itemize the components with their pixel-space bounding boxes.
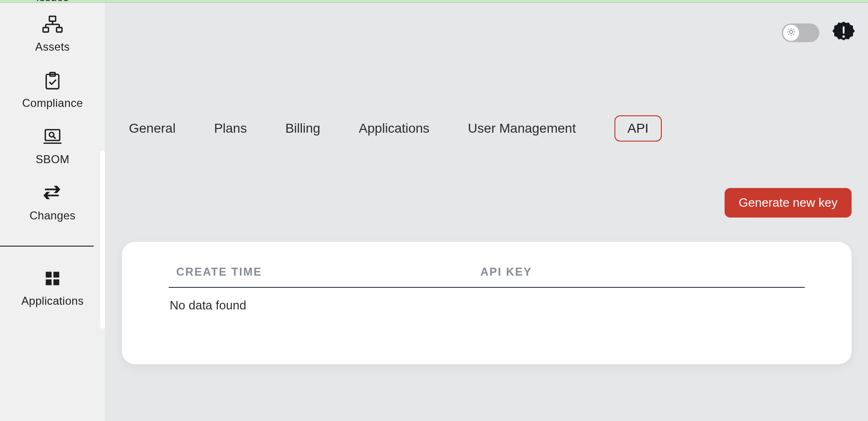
svg-rect-16 xyxy=(53,279,59,285)
main-area: General Plans Billing Applications User … xyxy=(105,3,868,421)
svg-rect-15 xyxy=(46,279,52,285)
svg-rect-2 xyxy=(57,28,62,32)
tab-label: User Management xyxy=(468,121,576,135)
sidebar-item-sbom[interactable]: SBOM xyxy=(0,114,105,171)
svg-point-17 xyxy=(790,30,793,34)
tab-label: Billing xyxy=(285,121,321,135)
sidebar-item-applications[interactable]: Applications xyxy=(0,247,105,312)
apps-grid-icon xyxy=(42,269,63,288)
svg-rect-1 xyxy=(43,28,49,32)
table-empty-message: No data found xyxy=(169,288,805,313)
sidebar-item-assets[interactable]: Assets xyxy=(0,2,105,58)
tab-label: Applications xyxy=(359,121,429,135)
column-header-api-key: API KEY xyxy=(480,265,805,278)
svg-rect-0 xyxy=(49,16,55,22)
svg-line-12 xyxy=(53,136,56,139)
tab-label: API xyxy=(628,121,649,135)
svg-line-22 xyxy=(788,29,789,30)
svg-line-24 xyxy=(788,34,789,35)
sidebar-scrollbar-thumb[interactable] xyxy=(100,150,105,329)
sun-icon xyxy=(786,27,796,38)
sidebar-item-changes[interactable]: Changes xyxy=(0,171,105,227)
generate-new-key-button[interactable]: Generate new key xyxy=(725,188,852,218)
network-icon xyxy=(42,15,63,34)
tab-label: Plans xyxy=(214,121,247,135)
sidebar-item-label: Issues xyxy=(36,0,68,2)
svg-rect-14 xyxy=(53,272,59,278)
svg-line-25 xyxy=(793,29,794,30)
laptop-search-icon xyxy=(42,128,63,146)
svg-line-23 xyxy=(793,34,794,35)
tab-applications[interactable]: Applications xyxy=(359,121,429,136)
tab-billing[interactable]: Billing xyxy=(285,121,321,136)
table-header-row: CREATE TIME API KEY xyxy=(169,265,805,288)
api-keys-card: CREATE TIME API KEY No data found xyxy=(122,242,852,364)
sidebar-item-label: Assets xyxy=(35,40,70,53)
sidebar-item-label: Applications xyxy=(21,294,83,308)
alert-badge[interactable] xyxy=(832,22,855,44)
tab-api[interactable]: API xyxy=(614,115,662,142)
svg-rect-13 xyxy=(46,272,52,278)
settings-tabs: General Plans Billing Applications User … xyxy=(129,115,662,142)
tab-general[interactable]: General xyxy=(129,121,176,136)
theme-toggle[interactable] xyxy=(782,23,819,42)
tab-user-management[interactable]: User Management xyxy=(468,121,576,136)
svg-rect-9 xyxy=(45,130,60,141)
svg-rect-26 xyxy=(843,26,845,34)
svg-point-27 xyxy=(842,35,845,38)
sidebar-item-label: SBOM xyxy=(36,153,69,166)
sidebar-item-label: Compliance xyxy=(22,97,83,110)
swap-arrows-icon xyxy=(42,184,63,203)
theme-toggle-knob xyxy=(783,25,799,41)
sidebar-item-label: Changes xyxy=(30,209,75,222)
button-label: Generate new key xyxy=(739,195,838,210)
tab-plans[interactable]: Plans xyxy=(214,121,247,136)
alert-seal-icon xyxy=(832,21,855,45)
column-header-create-time: CREATE TIME xyxy=(169,265,480,278)
sidebar-item-compliance[interactable]: Compliance xyxy=(0,58,105,114)
sidebar: Issues Assets xyxy=(0,3,105,421)
svg-point-11 xyxy=(49,132,54,137)
tab-label: General xyxy=(129,121,176,135)
header-controls xyxy=(782,22,855,44)
clipboard-check-icon xyxy=(42,71,63,90)
